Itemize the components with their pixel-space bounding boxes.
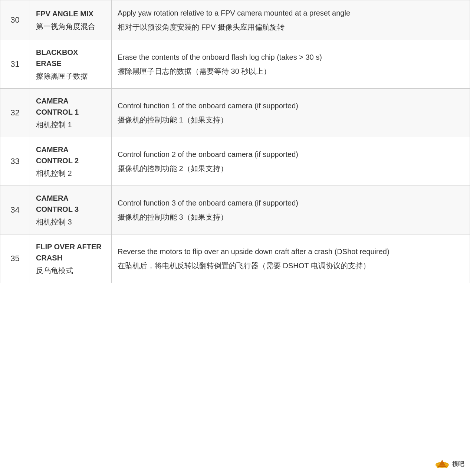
name-english: FLIP OVER AFTER CRASH xyxy=(36,241,105,263)
row-number: 35 xyxy=(0,234,30,283)
desc-chinese: 在坠机后，将电机反转以翻转倒置的飞行器（需要 DSHOT 电调协议的支持） xyxy=(118,260,464,272)
row-name: BLACKBOX ERASE擦除黑匣子数据 xyxy=(30,40,112,89)
row-name: CAMERA CONTROL 2相机控制 2 xyxy=(30,137,112,186)
name-chinese: 擦除黑匣子数据 xyxy=(36,70,105,82)
name-chinese: 反乌龟模式 xyxy=(36,265,105,276)
table-row: 31BLACKBOX ERASE擦除黑匣子数据Erase the content… xyxy=(0,40,470,89)
name-chinese: 相机控制 3 xyxy=(36,216,105,227)
table-row: 32CAMERA CONTROL 1相机控制 1Control function… xyxy=(0,89,470,137)
desc-english: Control function 1 of the onboard camera… xyxy=(118,100,464,112)
row-number: 33 xyxy=(0,137,30,186)
desc-chinese: 擦除黑匣子日志的数据（需要等待 30 秒以上） xyxy=(118,65,464,77)
name-english: CAMERA CONTROL 1 xyxy=(36,95,105,118)
row-number: 32 xyxy=(0,89,30,137)
desc-english: Control function 2 of the onboard camera… xyxy=(118,148,464,160)
table-row: 35FLIP OVER AFTER CRASH反乌龟模式Reverse the … xyxy=(0,234,470,283)
row-description: Control function 1 of the onboard camera… xyxy=(112,89,470,137)
desc-english: Erase the contents of the onboard flash … xyxy=(118,51,464,63)
desc-english: Reverse the motors to flip over an upsid… xyxy=(118,246,464,257)
name-english: CAMERA CONTROL 2 xyxy=(36,144,105,166)
name-english: BLACKBOX ERASE xyxy=(36,47,105,69)
desc-english: Apply yaw rotation relative to a FPV cam… xyxy=(118,7,464,19)
name-chinese: 相机控制 2 xyxy=(36,168,105,179)
name-english: FPV ANGLE MIX xyxy=(36,8,105,19)
logo-icon xyxy=(434,458,450,470)
logo-area: 模吧 xyxy=(434,458,464,470)
row-number: 30 xyxy=(0,0,30,40)
name-english: CAMERA CONTROL 3 xyxy=(36,193,105,215)
name-chinese: 第一视角角度混合 xyxy=(36,21,105,32)
row-name: CAMERA CONTROL 1相机控制 1 xyxy=(30,89,112,137)
main-table-container: 30FPV ANGLE MIX第一视角角度混合Apply yaw rotatio… xyxy=(0,0,470,283)
row-name: FLIP OVER AFTER CRASH反乌龟模式 xyxy=(30,234,112,283)
row-description: Erase the contents of the onboard flash … xyxy=(112,40,470,89)
table-row: 34CAMERA CONTROL 3相机控制 3Control function… xyxy=(0,186,470,234)
name-chinese: 相机控制 1 xyxy=(36,119,105,130)
table-row: 33CAMERA CONTROL 2相机控制 2Control function… xyxy=(0,137,470,186)
row-description: Reverse the motors to flip over an upsid… xyxy=(112,234,470,283)
table-row: 30FPV ANGLE MIX第一视角角度混合Apply yaw rotatio… xyxy=(0,0,470,40)
desc-english: Control function 3 of the onboard camera… xyxy=(118,197,464,209)
row-number: 34 xyxy=(0,186,30,234)
row-number: 31 xyxy=(0,40,30,89)
function-table: 30FPV ANGLE MIX第一视角角度混合Apply yaw rotatio… xyxy=(0,0,470,283)
row-name: FPV ANGLE MIX第一视角角度混合 xyxy=(30,0,112,40)
logo-text: 模吧 xyxy=(452,460,464,468)
desc-chinese: 摄像机的控制功能 3（如果支持） xyxy=(118,211,464,223)
row-description: Apply yaw rotation relative to a FPV cam… xyxy=(112,0,470,40)
row-description: Control function 3 of the onboard camera… xyxy=(112,186,470,234)
row-description: Control function 2 of the onboard camera… xyxy=(112,137,470,186)
row-name: CAMERA CONTROL 3相机控制 3 xyxy=(30,186,112,234)
desc-chinese: 摄像机的控制功能 1（如果支持） xyxy=(118,114,464,126)
desc-chinese: 相对于以预设角度安装的 FPV 摄像头应用偏航旋转 xyxy=(118,21,464,33)
desc-chinese: 摄像机的控制功能 2（如果支持） xyxy=(118,163,464,174)
